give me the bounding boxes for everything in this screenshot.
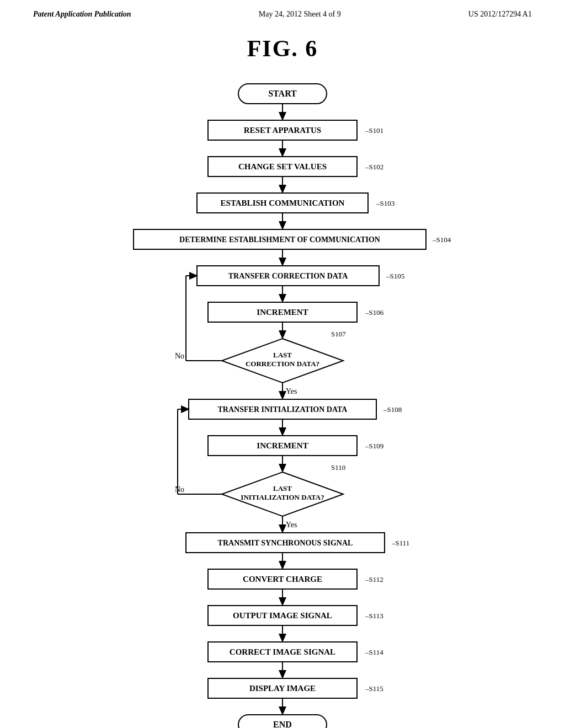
- s106-step: –S106: [365, 308, 384, 317]
- s107-label2: CORRECTION DATA?: [246, 360, 319, 368]
- s103-node: ESTABLISH COMMUNICATION –S103: [197, 193, 395, 213]
- flowchart-svg: START RESET APPARATUS –S101 CHANGE SET V…: [89, 78, 476, 724]
- s114-node: CORRECT IMAGE SIGNAL –S114: [208, 642, 383, 662]
- s112-node: CONVERT CHARGE –S112: [208, 569, 383, 589]
- s110-label2: INITIALIZATION DATA?: [241, 493, 324, 501]
- header-center: May 24, 2012 Sheet 4 of 9: [259, 10, 341, 19]
- header-right: US 2012/127294 A1: [468, 10, 532, 19]
- s113-step: –S113: [365, 612, 383, 620]
- s102-node: CHANGE SET VALUES –S102: [208, 157, 383, 176]
- s115-step: –S115: [365, 684, 383, 693]
- s110-yes-label: Yes: [286, 521, 297, 529]
- s105-label: TRANSFER CORRECTION DATA: [228, 272, 348, 280]
- s107-node: LAST CORRECTION DATA? S107: [222, 330, 346, 383]
- s105-step: –S105: [386, 272, 404, 280]
- s103-label: ESTABLISH COMMUNICATION: [221, 199, 345, 207]
- s108-node: TRANSFER INITIALIZATION DATA –S108: [189, 399, 402, 419]
- s110-step: S110: [331, 463, 345, 472]
- s114-step: –S114: [365, 648, 383, 656]
- s104-step: –S104: [432, 235, 451, 244]
- s115-node: DISPLAY IMAGE –S115: [208, 678, 383, 698]
- header-left: Patent Application Publication: [33, 10, 131, 19]
- s107-yes-label: Yes: [286, 387, 297, 395]
- s110-no-label: No: [175, 485, 184, 494]
- s115-label: DISPLAY IMAGE: [249, 684, 316, 693]
- s104-label: DETERMINE ESTABLISHMENT OF COMMUNICATION: [179, 235, 380, 244]
- s109-step: –S109: [365, 442, 383, 450]
- start-label: START: [268, 89, 297, 98]
- start-node: START: [238, 84, 327, 104]
- page: Patent Application Publication May 24, 2…: [0, 0, 565, 728]
- s111-step: –S111: [391, 539, 409, 547]
- s108-label: TRANSFER INITIALIZATION DATA: [218, 405, 348, 414]
- fig-title: FIG. 6: [247, 35, 318, 62]
- s106-label: INCREMENT: [257, 308, 308, 317]
- s107-no-label: No: [175, 352, 184, 360]
- s102-step: –S102: [365, 163, 383, 171]
- end-label: END: [273, 720, 292, 728]
- s111-node: TRANSMIT SYNCHRONOUS SIGNAL –S111: [186, 533, 409, 553]
- s112-step: –S112: [365, 575, 383, 584]
- s108-step: –S108: [383, 405, 402, 414]
- diagram-container: FIG. 6 START RESET APPARATUS –S101: [0, 24, 565, 728]
- s105-node: TRANSFER CORRECTION DATA –S105: [197, 266, 404, 286]
- s101-step: –S101: [365, 126, 383, 135]
- s101-node: RESET APPARATUS –S101: [208, 120, 383, 140]
- s101-label: RESET APPARATUS: [244, 126, 321, 135]
- s110-node: LAST INITIALIZATION DATA? S110: [222, 463, 345, 516]
- page-header: Patent Application Publication May 24, 2…: [0, 0, 565, 24]
- s109-node: INCREMENT –S109: [208, 436, 383, 456]
- s114-label: CORRECT IMAGE SIGNAL: [230, 647, 335, 656]
- s110-label1: LAST: [273, 484, 292, 493]
- s106-node: INCREMENT –S106: [208, 302, 384, 322]
- s103-step: –S103: [376, 199, 395, 207]
- s107-step: S107: [331, 330, 346, 338]
- s107-label1: LAST: [273, 351, 292, 359]
- s102-label: CHANGE SET VALUES: [238, 162, 327, 171]
- end-node: END: [238, 715, 327, 728]
- s109-label: INCREMENT: [257, 441, 308, 450]
- s104-node: DETERMINE ESTABLISHMENT OF COMMUNICATION…: [134, 229, 451, 249]
- s113-node: OUTPUT IMAGE SIGNAL –S113: [208, 606, 383, 625]
- s112-label: CONVERT CHARGE: [243, 575, 322, 584]
- s113-label: OUTPUT IMAGE SIGNAL: [233, 611, 332, 620]
- s111-label: TRANSMIT SYNCHRONOUS SIGNAL: [218, 539, 353, 547]
